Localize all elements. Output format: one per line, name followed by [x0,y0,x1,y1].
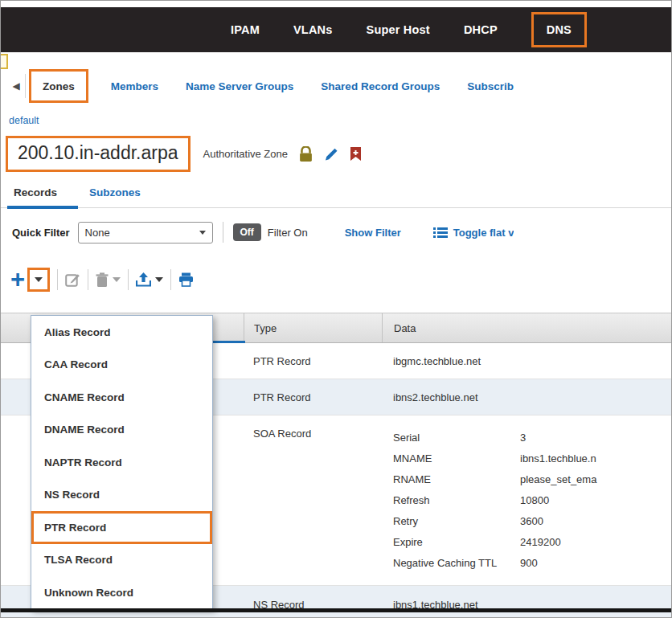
annotation-box-zone-title: 200.10.in-addr.arpa [6,136,191,172]
soa-key: Retry [393,511,520,532]
add-record-menu: Alias Record CAA Record CNAME Record DNA… [31,315,213,610]
app-window: IPAM VLANs Super Host DHCP DNS ◀ Zones M… [0,0,672,618]
quick-filter-select[interactable]: None [78,222,213,244]
menu-item-unknown-record[interactable]: Unknown Record [31,576,212,609]
record-data: Serial3 MNAMEibns1.techblue.n RNAMEpleas… [382,415,612,585]
edit-record-button[interactable] [65,272,80,288]
tab-members[interactable]: Members [111,80,158,92]
soa-value: 3600 [520,511,543,532]
menu-item-cname-record[interactable]: CNAME Record [31,381,212,414]
soa-key: Refresh [393,490,520,511]
zone-subtabs: Records Subzones [1,186,671,208]
tab-ipam[interactable]: IPAM [231,23,260,36]
quick-filter-value: None [85,227,110,239]
subtab-subzones[interactable]: Subzones [89,186,141,198]
menu-item-dname-record[interactable]: DNAME Record [31,414,212,447]
quick-filter-bar: Quick Filter None Off Filter On Show Fil… [1,208,671,256]
tab-vlans[interactable]: VLANs [293,23,333,36]
separator [128,269,129,290]
menu-item-ptr-record[interactable]: PTR Record [31,511,212,544]
tab-shared-record-groups[interactable]: Shared Record Groups [321,80,440,92]
soa-value: 900 [520,553,538,574]
menu-item-ns-record[interactable]: NS Record [31,479,212,512]
active-tab-underline [7,206,78,209]
annotation-box-dns: DNS [531,12,587,47]
chevron-down-icon [199,231,206,235]
soa-key: Negative Caching TTL [393,553,520,574]
lock-icon [299,146,313,162]
tab-super-host[interactable]: Super Host [367,23,430,36]
menu-item-tlsa-record[interactable]: TLSA Record [31,544,212,577]
breadcrumb: default [9,115,671,126]
soa-value: 10800 [520,490,549,511]
export-button[interactable] [136,272,163,287]
record-type: SOA Record [244,415,382,585]
edit-zone-icon[interactable] [324,147,338,162]
tab-name-server-groups[interactable]: Name Server Groups [186,80,293,92]
soa-key: Expire [393,532,520,553]
soa-value: ibns1.techblue.n [520,448,596,469]
toggle-flat-view-button[interactable]: Toggle flat v [433,227,514,239]
separator [57,269,58,290]
tab-dhcp[interactable]: DHCP [464,23,498,36]
flat-view-icon [433,227,448,239]
zone-header: 200.10.in-addr.arpa Authoritative Zone [6,136,671,172]
clipped-edge-icon [0,54,8,69]
tab-zones[interactable]: Zones [43,80,75,92]
record-type: PTR Record [244,379,382,415]
dns-tab-bar: ◀ Zones Members Name Server Groups Share… [1,68,671,104]
records-toolbar: + [1,256,671,303]
soa-key: MNAME [393,448,520,469]
annotation-box-zones: Zones [29,69,88,103]
record-data: ibgmc.techblue.net [382,343,612,379]
soa-key: Serial [393,428,520,448]
soa-value: 3 [520,428,526,448]
separator [170,269,171,290]
zone-type-label: Authoritative Zone [203,148,289,160]
record-type: NS Record [244,586,382,618]
printer-icon [178,272,194,287]
subtab-records[interactable]: Records [14,186,57,198]
column-header-type[interactable]: Type [244,313,382,342]
separator [223,222,223,243]
record-data: ibns1.techblue.net [382,586,612,618]
filter-on-label: Filter On [268,227,308,239]
delete-record-button[interactable] [96,272,121,288]
sort-indicator [208,341,245,343]
export-icon [136,272,151,287]
menu-item-naptr-record[interactable]: NAPTR Record [31,446,212,479]
trash-icon [96,272,109,288]
soa-value: please_set_ema [520,469,596,490]
tab-subscriber[interactable]: Subscrib [467,80,514,92]
record-data: ibns2.techblue.net [382,379,612,415]
column-header-data[interactable]: Data [382,313,612,342]
add-record-button[interactable]: + [10,269,25,290]
filter-toggle-button[interactable]: Off [233,223,261,241]
top-nav-bar: IPAM VLANs Super Host DHCP DNS [1,7,671,52]
edit-icon [65,272,80,288]
tab-scroll-left-icon[interactable]: ◀ [7,74,26,98]
soa-value: 2419200 [520,532,561,553]
zone-title: 200.10.in-addr.arpa [18,142,178,163]
breadcrumb-default-link[interactable]: default [9,115,39,126]
bottom-edge-line [1,608,671,612]
soa-key: RNAME [393,469,520,490]
bookmark-icon[interactable] [350,146,362,162]
record-type: PTR Record [244,343,382,379]
add-record-dropdown-caret[interactable] [35,277,43,282]
separator [88,269,88,290]
quick-filter-label: Quick Filter [12,227,70,239]
tab-dns[interactable]: DNS [547,23,572,36]
print-button[interactable] [178,272,194,287]
delete-dropdown-caret[interactable] [113,277,121,282]
toggle-flat-label: Toggle flat v [453,227,514,239]
menu-item-caa-record[interactable]: CAA Record [31,349,212,382]
show-filter-link[interactable]: Show Filter [345,227,401,239]
annotation-box-add-caret [27,268,50,292]
export-dropdown-caret[interactable] [155,277,163,282]
menu-item-alias-record[interactable]: Alias Record [31,316,212,349]
